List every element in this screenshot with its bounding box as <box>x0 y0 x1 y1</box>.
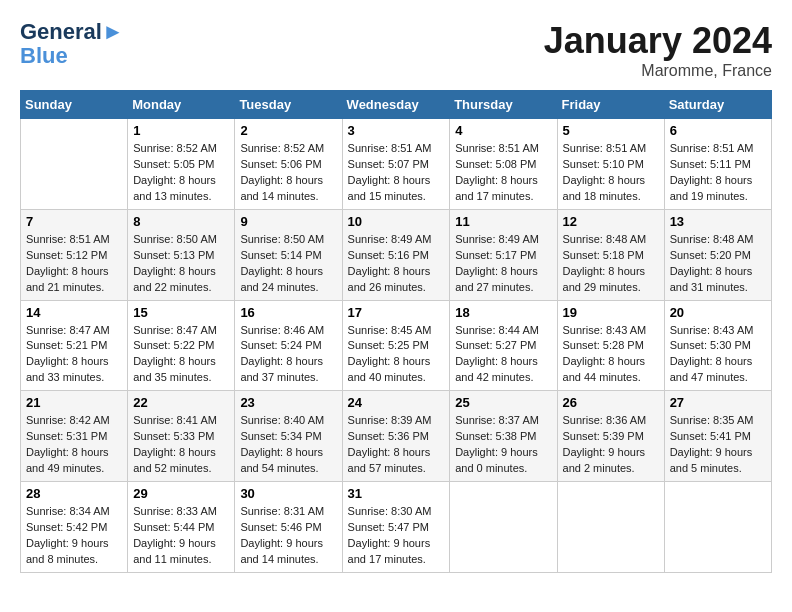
calendar-cell: 23Sunrise: 8:40 AM Sunset: 5:34 PM Dayli… <box>235 391 342 482</box>
day-number: 8 <box>133 214 229 229</box>
day-info: Sunrise: 8:48 AM Sunset: 5:20 PM Dayligh… <box>670 232 766 296</box>
day-info: Sunrise: 8:51 AM Sunset: 5:07 PM Dayligh… <box>348 141 445 205</box>
calendar-cell <box>450 482 557 573</box>
week-row-5: 28Sunrise: 8:34 AM Sunset: 5:42 PM Dayli… <box>21 482 772 573</box>
day-number: 19 <box>563 305 659 320</box>
calendar-cell: 29Sunrise: 8:33 AM Sunset: 5:44 PM Dayli… <box>128 482 235 573</box>
calendar-table: SundayMondayTuesdayWednesdayThursdayFrid… <box>20 90 772 573</box>
day-number: 24 <box>348 395 445 410</box>
day-number: 7 <box>26 214 122 229</box>
col-header-thursday: Thursday <box>450 91 557 119</box>
calendar-cell: 27Sunrise: 8:35 AM Sunset: 5:41 PM Dayli… <box>664 391 771 482</box>
day-info: Sunrise: 8:51 AM Sunset: 5:08 PM Dayligh… <box>455 141 551 205</box>
day-number: 14 <box>26 305 122 320</box>
day-info: Sunrise: 8:41 AM Sunset: 5:33 PM Dayligh… <box>133 413 229 477</box>
calendar-cell <box>21 119 128 210</box>
day-info: Sunrise: 8:51 AM Sunset: 5:11 PM Dayligh… <box>670 141 766 205</box>
col-header-wednesday: Wednesday <box>342 91 450 119</box>
day-info: Sunrise: 8:43 AM Sunset: 5:30 PM Dayligh… <box>670 323 766 387</box>
day-info: Sunrise: 8:40 AM Sunset: 5:34 PM Dayligh… <box>240 413 336 477</box>
calendar-cell: 10Sunrise: 8:49 AM Sunset: 5:16 PM Dayli… <box>342 209 450 300</box>
day-info: Sunrise: 8:31 AM Sunset: 5:46 PM Dayligh… <box>240 504 336 568</box>
calendar-cell: 20Sunrise: 8:43 AM Sunset: 5:30 PM Dayli… <box>664 300 771 391</box>
day-info: Sunrise: 8:35 AM Sunset: 5:41 PM Dayligh… <box>670 413 766 477</box>
day-info: Sunrise: 8:36 AM Sunset: 5:39 PM Dayligh… <box>563 413 659 477</box>
day-number: 22 <box>133 395 229 410</box>
calendar-cell: 31Sunrise: 8:30 AM Sunset: 5:47 PM Dayli… <box>342 482 450 573</box>
calendar-cell: 2Sunrise: 8:52 AM Sunset: 5:06 PM Daylig… <box>235 119 342 210</box>
day-number: 10 <box>348 214 445 229</box>
month-title: January 2024 <box>544 20 772 62</box>
day-number: 5 <box>563 123 659 138</box>
day-number: 16 <box>240 305 336 320</box>
day-info: Sunrise: 8:51 AM Sunset: 5:10 PM Dayligh… <box>563 141 659 205</box>
week-row-3: 14Sunrise: 8:47 AM Sunset: 5:21 PM Dayli… <box>21 300 772 391</box>
calendar-cell: 5Sunrise: 8:51 AM Sunset: 5:10 PM Daylig… <box>557 119 664 210</box>
day-number: 11 <box>455 214 551 229</box>
day-number: 20 <box>670 305 766 320</box>
day-info: Sunrise: 8:48 AM Sunset: 5:18 PM Dayligh… <box>563 232 659 296</box>
day-number: 23 <box>240 395 336 410</box>
day-number: 4 <box>455 123 551 138</box>
day-info: Sunrise: 8:43 AM Sunset: 5:28 PM Dayligh… <box>563 323 659 387</box>
calendar-cell: 1Sunrise: 8:52 AM Sunset: 5:05 PM Daylig… <box>128 119 235 210</box>
calendar-cell: 18Sunrise: 8:44 AM Sunset: 5:27 PM Dayli… <box>450 300 557 391</box>
calendar-cell: 7Sunrise: 8:51 AM Sunset: 5:12 PM Daylig… <box>21 209 128 300</box>
location: Maromme, France <box>544 62 772 80</box>
week-row-4: 21Sunrise: 8:42 AM Sunset: 5:31 PM Dayli… <box>21 391 772 482</box>
calendar-cell <box>557 482 664 573</box>
calendar-cell: 13Sunrise: 8:48 AM Sunset: 5:20 PM Dayli… <box>664 209 771 300</box>
day-number: 17 <box>348 305 445 320</box>
day-number: 13 <box>670 214 766 229</box>
week-row-1: 1Sunrise: 8:52 AM Sunset: 5:05 PM Daylig… <box>21 119 772 210</box>
calendar-cell: 24Sunrise: 8:39 AM Sunset: 5:36 PM Dayli… <box>342 391 450 482</box>
calendar-body: 1Sunrise: 8:52 AM Sunset: 5:05 PM Daylig… <box>21 119 772 573</box>
calendar-cell: 19Sunrise: 8:43 AM Sunset: 5:28 PM Dayli… <box>557 300 664 391</box>
day-info: Sunrise: 8:39 AM Sunset: 5:36 PM Dayligh… <box>348 413 445 477</box>
title-block: January 2024 Maromme, France <box>544 20 772 80</box>
calendar-cell: 16Sunrise: 8:46 AM Sunset: 5:24 PM Dayli… <box>235 300 342 391</box>
col-header-saturday: Saturday <box>664 91 771 119</box>
logo-text: General►Blue <box>20 20 124 68</box>
calendar-cell: 8Sunrise: 8:50 AM Sunset: 5:13 PM Daylig… <box>128 209 235 300</box>
day-info: Sunrise: 8:52 AM Sunset: 5:05 PM Dayligh… <box>133 141 229 205</box>
calendar-cell: 4Sunrise: 8:51 AM Sunset: 5:08 PM Daylig… <box>450 119 557 210</box>
day-number: 26 <box>563 395 659 410</box>
calendar-cell: 6Sunrise: 8:51 AM Sunset: 5:11 PM Daylig… <box>664 119 771 210</box>
calendar-cell: 17Sunrise: 8:45 AM Sunset: 5:25 PM Dayli… <box>342 300 450 391</box>
day-info: Sunrise: 8:52 AM Sunset: 5:06 PM Dayligh… <box>240 141 336 205</box>
day-info: Sunrise: 8:37 AM Sunset: 5:38 PM Dayligh… <box>455 413 551 477</box>
calendar-cell: 21Sunrise: 8:42 AM Sunset: 5:31 PM Dayli… <box>21 391 128 482</box>
calendar-cell: 25Sunrise: 8:37 AM Sunset: 5:38 PM Dayli… <box>450 391 557 482</box>
day-info: Sunrise: 8:47 AM Sunset: 5:21 PM Dayligh… <box>26 323 122 387</box>
col-header-friday: Friday <box>557 91 664 119</box>
day-info: Sunrise: 8:46 AM Sunset: 5:24 PM Dayligh… <box>240 323 336 387</box>
col-header-monday: Monday <box>128 91 235 119</box>
day-info: Sunrise: 8:51 AM Sunset: 5:12 PM Dayligh… <box>26 232 122 296</box>
day-number: 27 <box>670 395 766 410</box>
day-number: 31 <box>348 486 445 501</box>
day-info: Sunrise: 8:50 AM Sunset: 5:13 PM Dayligh… <box>133 232 229 296</box>
day-info: Sunrise: 8:44 AM Sunset: 5:27 PM Dayligh… <box>455 323 551 387</box>
calendar-cell: 28Sunrise: 8:34 AM Sunset: 5:42 PM Dayli… <box>21 482 128 573</box>
day-number: 21 <box>26 395 122 410</box>
day-info: Sunrise: 8:49 AM Sunset: 5:16 PM Dayligh… <box>348 232 445 296</box>
calendar-cell: 30Sunrise: 8:31 AM Sunset: 5:46 PM Dayli… <box>235 482 342 573</box>
day-number: 30 <box>240 486 336 501</box>
col-header-tuesday: Tuesday <box>235 91 342 119</box>
calendar-cell: 14Sunrise: 8:47 AM Sunset: 5:21 PM Dayli… <box>21 300 128 391</box>
logo: General►Blue <box>20 20 124 68</box>
day-info: Sunrise: 8:49 AM Sunset: 5:17 PM Dayligh… <box>455 232 551 296</box>
day-info: Sunrise: 8:50 AM Sunset: 5:14 PM Dayligh… <box>240 232 336 296</box>
col-header-sunday: Sunday <box>21 91 128 119</box>
page-header: General►Blue January 2024 Maromme, Franc… <box>20 20 772 80</box>
day-number: 18 <box>455 305 551 320</box>
calendar-cell: 26Sunrise: 8:36 AM Sunset: 5:39 PM Dayli… <box>557 391 664 482</box>
day-number: 28 <box>26 486 122 501</box>
day-number: 9 <box>240 214 336 229</box>
day-info: Sunrise: 8:47 AM Sunset: 5:22 PM Dayligh… <box>133 323 229 387</box>
day-number: 3 <box>348 123 445 138</box>
calendar-cell: 12Sunrise: 8:48 AM Sunset: 5:18 PM Dayli… <box>557 209 664 300</box>
day-info: Sunrise: 8:33 AM Sunset: 5:44 PM Dayligh… <box>133 504 229 568</box>
day-number: 25 <box>455 395 551 410</box>
